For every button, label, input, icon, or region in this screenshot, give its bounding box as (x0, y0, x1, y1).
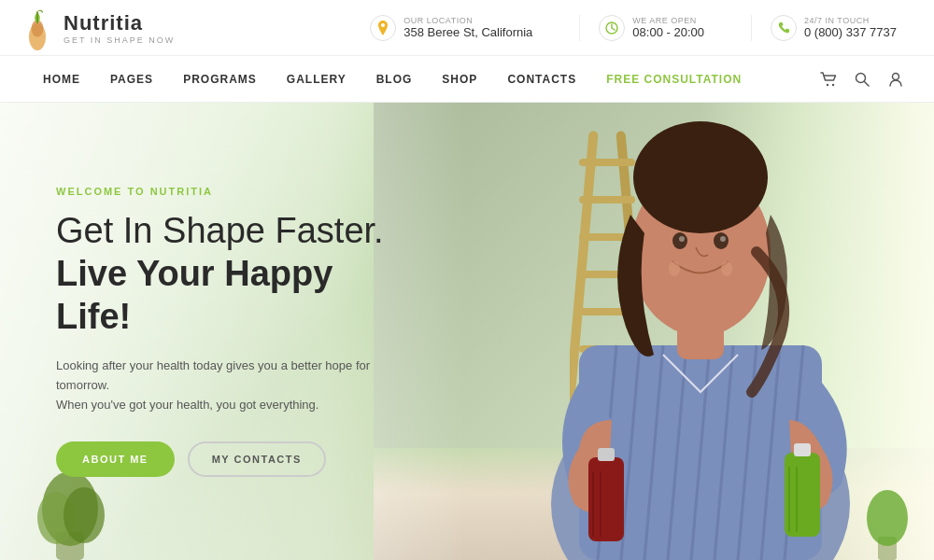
pin-icon (376, 21, 389, 35)
hero-title: Get In Shape Faster. Live Your Happy Lif… (56, 210, 392, 338)
hours-label: WE ARE OPEN (632, 16, 704, 25)
logo-icon (19, 5, 56, 51)
svg-line-7 (865, 81, 870, 86)
location-value: 358 Beree St, California (403, 25, 532, 39)
svg-point-33 (720, 236, 726, 242)
about-me-button[interactable]: ABOUT ME (56, 441, 175, 477)
hero-section: WELCOME TO NUTRITIA Get In Shape Faster.… (0, 103, 934, 560)
phone-icon-circle (771, 15, 797, 41)
nav-gallery[interactable]: GALLERY (272, 56, 361, 103)
top-info: OUR LOCATION 358 Beree St, California WE… (351, 15, 915, 41)
hero-description: Looking after your health today gives yo… (56, 357, 392, 414)
hero-subtitle: WELCOME TO NUTRITIA (56, 186, 392, 197)
nav-consultation[interactable]: FREE CONSULTATION (591, 56, 757, 103)
svg-point-32 (679, 236, 685, 242)
clock-icon (605, 21, 618, 35)
nav-blog[interactable]: BLOG (361, 56, 428, 103)
cart-button[interactable] (818, 69, 839, 90)
nav-programs[interactable]: PROGRAMS (168, 56, 272, 103)
svg-point-5 (832, 83, 834, 85)
phone-value: 0 (800) 337 7737 (804, 25, 897, 39)
user-button[interactable] (885, 69, 906, 90)
logo-text: Nutritia GET IN SHAPE NOW (64, 11, 175, 45)
svg-point-35 (699, 125, 740, 159)
search-icon (855, 72, 870, 87)
phone-info: 24/7 IN TOUCH 0 (800) 337 7737 (751, 15, 915, 41)
svg-point-45 (721, 261, 732, 276)
clock-icon-circle (599, 15, 625, 41)
search-button[interactable] (852, 69, 872, 90)
my-contacts-button[interactable]: MY CONTACTS (188, 441, 326, 477)
hours-value: 08:00 - 20:00 (632, 25, 704, 39)
svg-point-51 (867, 490, 908, 546)
svg-point-4 (827, 83, 828, 85)
hours-info: WE ARE OPEN 08:00 - 20:00 (579, 15, 723, 41)
location-info: OUR LOCATION 358 Beree St, California (351, 15, 551, 41)
location-icon-circle (370, 15, 396, 41)
top-bar: Nutritia GET IN SHAPE NOW OUR LOCATION 3… (0, 0, 934, 56)
phone-label: 24/7 IN TOUCH (804, 16, 897, 25)
svg-point-44 (669, 261, 680, 276)
location-label: OUR LOCATION (403, 16, 532, 25)
logo: Nutritia GET IN SHAPE NOW (19, 5, 175, 51)
nav-contacts[interactable]: CONTACTS (492, 56, 591, 103)
hero-portrait (504, 103, 897, 560)
user-icon (888, 72, 903, 87)
svg-rect-37 (598, 448, 615, 461)
cart-icon (820, 72, 837, 87)
svg-rect-41 (794, 443, 811, 456)
logo-tagline: GET IN SHAPE NOW (64, 35, 175, 45)
nav-links: HOME PAGES PROGRAMS GALLERY BLOG SHOP CO… (28, 56, 818, 103)
hero-title-line2: Live Your Happy Life! (56, 253, 392, 338)
hero-content: WELCOME TO NUTRITIA Get In Shape Faster.… (0, 103, 448, 560)
logo-name: Nutritia (64, 11, 175, 35)
nav-bar: HOME PAGES PROGRAMS GALLERY BLOG SHOP CO… (0, 56, 934, 103)
nav-pages[interactable]: PAGES (95, 56, 168, 103)
nav-shop[interactable]: SHOP (427, 56, 492, 103)
phone-icon (777, 21, 790, 35)
hero-buttons: ABOUT ME MY CONTACTS (56, 441, 392, 477)
plant-right (859, 485, 915, 560)
nav-home[interactable]: HOME (28, 56, 95, 103)
hero-title-line1: Get In Shape Faster. (56, 211, 384, 250)
svg-point-8 (893, 73, 899, 79)
nav-icons (818, 69, 906, 90)
